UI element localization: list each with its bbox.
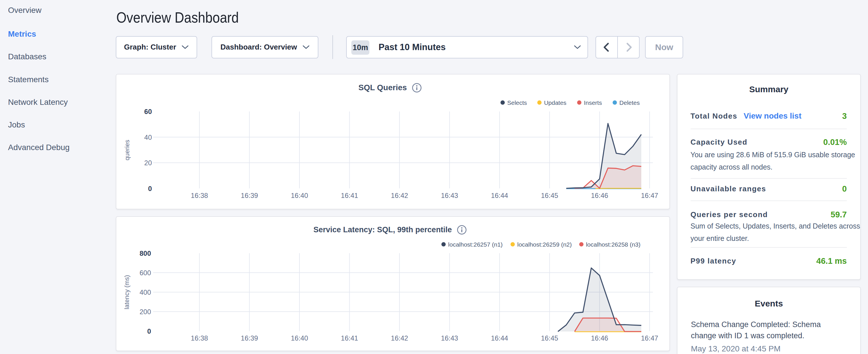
- svg-text:60: 60: [144, 108, 152, 116]
- svg-text:Selects: Selects: [507, 99, 527, 106]
- svg-text:Updates: Updates: [544, 99, 566, 106]
- svg-text:16:40: 16:40: [291, 334, 308, 342]
- svg-text:Deletes: Deletes: [619, 99, 640, 106]
- svg-text:600: 600: [140, 269, 151, 277]
- svg-text:16:45: 16:45: [541, 191, 558, 199]
- svg-text:queries: queries: [124, 139, 131, 160]
- svg-text:400: 400: [140, 288, 151, 296]
- svg-text:16:38: 16:38: [191, 334, 208, 342]
- svg-text:16:40: 16:40: [291, 191, 308, 199]
- svg-text:16:42: 16:42: [391, 191, 408, 199]
- svg-text:16:46: 16:46: [591, 191, 608, 199]
- svg-text:16:42: 16:42: [391, 334, 408, 342]
- svg-text:localhost:26258 (n3): localhost:26258 (n3): [586, 241, 640, 248]
- svg-text:16:41: 16:41: [341, 191, 358, 199]
- svg-text:latency (ms): latency (ms): [123, 275, 130, 309]
- svg-text:16:43: 16:43: [441, 334, 458, 342]
- svg-text:16:39: 16:39: [241, 191, 258, 199]
- svg-text:20: 20: [144, 159, 152, 167]
- svg-text:40: 40: [144, 133, 152, 141]
- svg-text:16:47: 16:47: [641, 191, 658, 199]
- svg-text:16:44: 16:44: [491, 191, 508, 199]
- svg-text:0: 0: [147, 327, 151, 335]
- svg-text:localhost:26257 (n1): localhost:26257 (n1): [448, 241, 502, 248]
- svg-text:16:38: 16:38: [191, 191, 208, 199]
- svg-text:0: 0: [148, 185, 152, 192]
- svg-text:16:47: 16:47: [641, 334, 658, 342]
- svg-text:800: 800: [140, 250, 151, 257]
- svg-text:16:44: 16:44: [491, 334, 508, 342]
- svg-text:16:43: 16:43: [441, 191, 458, 199]
- svg-text:16:45: 16:45: [541, 334, 558, 342]
- svg-text:Inserts: Inserts: [584, 99, 602, 106]
- svg-text:200: 200: [140, 308, 151, 316]
- svg-text:localhost:26259 (n2): localhost:26259 (n2): [517, 241, 572, 248]
- svg-text:16:41: 16:41: [341, 334, 358, 342]
- svg-text:16:46: 16:46: [591, 334, 608, 342]
- svg-text:16:39: 16:39: [241, 334, 258, 342]
